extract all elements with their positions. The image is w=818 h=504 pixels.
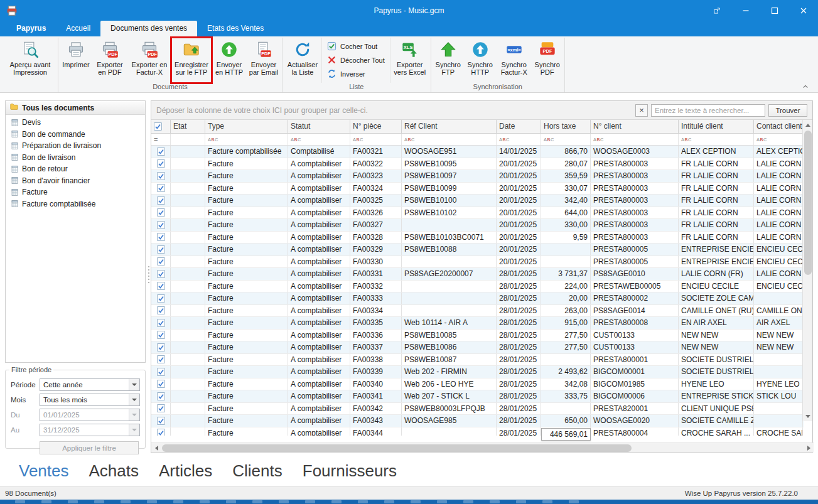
column-header[interactable]: Intitulé client — [679, 120, 754, 133]
filter-cell[interactable]: ABC — [541, 134, 591, 145]
chevron-down-icon[interactable] — [129, 379, 139, 390]
table-row[interactable]: FactureA comptabiliserFA00336PS8WEB10085… — [151, 330, 804, 342]
table-row[interactable]: FactureA comptabiliserFA00335Web 10114 -… — [151, 317, 804, 330]
au-date-input[interactable]: 31/12/2025 — [40, 424, 140, 436]
row-select-cell[interactable] — [151, 195, 171, 206]
tab-accueil[interactable]: Accueil — [56, 21, 100, 36]
table-row[interactable]: FactureA comptabiliserFA00340Web 206 - L… — [151, 378, 804, 391]
vertical-scrollbar[interactable] — [802, 120, 812, 421]
row-select-cell[interactable] — [151, 427, 171, 436]
scroll-down-icon[interactable] — [803, 411, 813, 421]
row-select-cell[interactable] — [151, 170, 171, 182]
row-select-cell[interactable] — [151, 183, 171, 195]
row-checkbox[interactable] — [157, 159, 165, 168]
table-row[interactable]: FactureA comptabiliserFA0033328/01/20252… — [151, 292, 804, 305]
row-select-cell[interactable] — [151, 305, 171, 317]
table-row[interactable]: FactureA comptabiliserFA00338PS8WEB10087… — [151, 354, 804, 367]
chevron-down-icon[interactable] — [129, 394, 139, 405]
table-row[interactable]: FactureA comptabiliserFA00325PS8WEB10100… — [151, 195, 804, 207]
synchro-ftp-button[interactable]: Synchro FTP — [433, 38, 464, 83]
table-row[interactable]: FactureA comptabiliserFA00322PS8WEB10095… — [151, 158, 804, 171]
exporter-en-pdf-button[interactable]: PDF Exporter en PDF — [92, 38, 127, 83]
filter-cell[interactable]: ABC — [754, 134, 803, 145]
row-checkbox[interactable] — [157, 282, 165, 290]
horizontal-scrollbar[interactable] — [151, 442, 814, 453]
popout-icon[interactable] — [702, 0, 731, 21]
row-checkbox[interactable] — [157, 257, 165, 265]
table-row[interactable]: Facture comptabiliséeComptabiliséFA00321… — [151, 146, 804, 158]
filter-cell[interactable]: ABC — [288, 134, 350, 145]
row-checkbox[interactable] — [157, 404, 165, 412]
apercu-avant-impression-button[interactable]: Aperçu avant Impression — [4, 38, 57, 83]
table-row[interactable]: FactureA comptabiliserFA0033228/01/20252… — [151, 281, 804, 293]
exporter-en-facturx-button[interactable]: PDF Exporter en Factur-X — [127, 38, 171, 83]
sidebar-item[interactable]: Facture — [6, 186, 145, 198]
sidebar-item[interactable]: Bon de retour — [6, 163, 145, 175]
cocher-tout-button[interactable]: Cocher Tout — [327, 41, 385, 52]
row-select-cell[interactable] — [151, 354, 171, 366]
synchro-http-button[interactable]: Synchro HTTP — [464, 38, 497, 83]
row-select-cell[interactable] — [151, 292, 171, 304]
envoyer-en-http-button[interactable]: Envoyer en HTTP — [212, 38, 247, 83]
filter-cell[interactable]: ABC — [497, 134, 541, 145]
nav-fournisseurs[interactable]: Fournisseurs — [303, 461, 397, 481]
filter-cell[interactable]: = — [151, 134, 171, 145]
filter-cell[interactable]: ABC — [402, 134, 497, 145]
nav-achats[interactable]: Achats — [89, 461, 139, 481]
filter-cell[interactable]: ABC — [350, 134, 402, 145]
row-select-cell[interactable] — [151, 244, 171, 255]
table-row[interactable]: FactureA comptabiliserFA0033428/01/20252… — [151, 305, 804, 318]
row-select-cell[interactable] — [151, 256, 171, 268]
sidebar-item[interactable]: Préparation de livraison — [6, 140, 145, 152]
row-select-cell[interactable] — [151, 415, 171, 427]
row-select-cell[interactable] — [151, 146, 171, 158]
row-checkbox[interactable] — [157, 233, 165, 241]
periode-select[interactable]: Cette année — [40, 378, 140, 391]
table-row[interactable]: FactureA comptabiliserFA00323PS8WEB10097… — [151, 170, 804, 183]
row-checkbox[interactable] — [157, 196, 165, 205]
du-date-input[interactable]: 01/01/2025 — [40, 409, 140, 421]
column-header[interactable]: N° client — [591, 120, 679, 133]
enregistrer-sur-le-ftp-button[interactable]: Enregistrer sur le FTP — [171, 38, 212, 83]
row-select-cell[interactable] — [151, 378, 171, 390]
minimize-button[interactable] — [731, 0, 760, 21]
row-select-cell[interactable] — [151, 403, 171, 415]
row-select-cell[interactable] — [151, 268, 171, 280]
row-select-cell[interactable] — [151, 158, 171, 170]
search-input[interactable] — [651, 104, 765, 117]
row-select-cell[interactable] — [151, 390, 171, 402]
scroll-up-icon[interactable] — [803, 120, 813, 130]
panel-splitter[interactable] — [148, 266, 150, 283]
row-checkbox[interactable] — [157, 417, 165, 425]
horizontal-scroll-thumb[interactable] — [162, 444, 632, 452]
scroll-right-icon[interactable] — [804, 443, 814, 453]
vertical-scroll-thumb[interactable] — [804, 131, 812, 275]
tab-documents-des-ventes[interactable]: Documents des ventes — [100, 21, 197, 36]
column-header[interactable]: N° pièce — [350, 120, 402, 133]
sidebar-item[interactable]: Devis — [6, 117, 145, 129]
imprimer-button[interactable]: Imprimer — [60, 38, 92, 83]
table-row[interactable]: FactureA comptabiliserFA00324PS8WEB10099… — [151, 183, 804, 195]
mois-select[interactable]: Tous les mois — [40, 394, 140, 406]
close-button[interactable] — [789, 0, 818, 21]
row-select-cell[interactable] — [151, 366, 171, 378]
inverser-button[interactable]: Inverser — [327, 68, 385, 80]
actualiser-la-liste-button[interactable]: Actualiser la Liste — [284, 38, 321, 83]
synchro-facturx-button[interactable]: «xml» Synchro Factur-X — [497, 38, 532, 83]
groupby-bar[interactable]: Déposer la colonne de votre choix ICI po… — [151, 101, 812, 120]
sidebar-root-all-documents[interactable]: Tous les documents — [6, 101, 145, 115]
table-row[interactable]: FactureA comptabiliserFA0032720/01/20253… — [151, 219, 804, 232]
row-checkbox[interactable] — [157, 245, 165, 254]
nav-articles[interactable]: Articles — [159, 461, 212, 481]
row-checkbox[interactable] — [157, 331, 165, 339]
row-checkbox[interactable] — [157, 147, 165, 156]
nav-clients[interactable]: Clients — [232, 461, 282, 481]
sidebar-item[interactable]: Bon de commande — [6, 129, 145, 141]
row-checkbox[interactable] — [157, 429, 165, 436]
select-all-checkbox[interactable] — [154, 122, 162, 131]
tab-papyrus[interactable]: Papyrus — [6, 21, 56, 36]
row-select-cell[interactable] — [151, 281, 171, 292]
clear-search-button[interactable]: × — [635, 104, 648, 117]
row-checkbox[interactable] — [157, 355, 165, 363]
table-row[interactable]: FactureA comptabiliserFA0033020/01/2025P… — [151, 256, 804, 269]
